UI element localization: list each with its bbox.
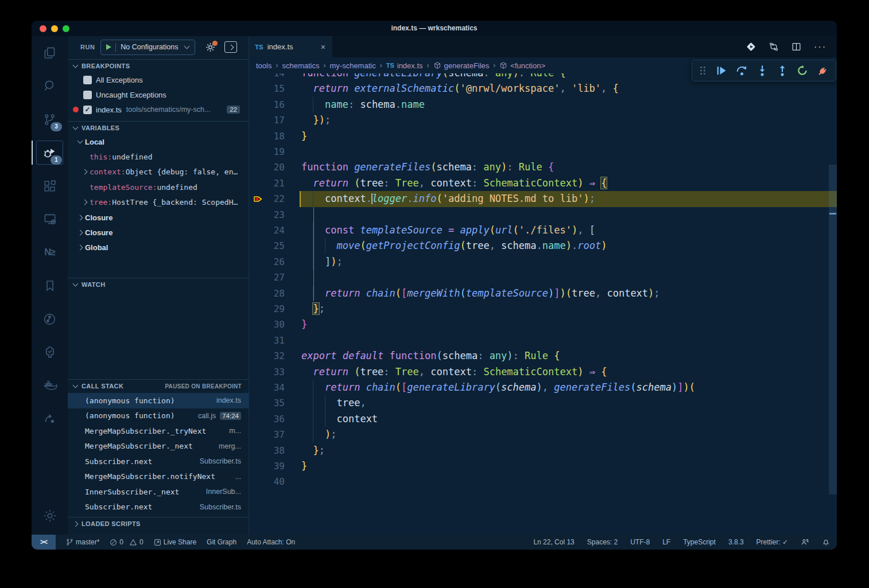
titlebar[interactable]: index.ts — wrkschematics bbox=[32, 21, 837, 36]
code-line-22[interactable]: 22 context.logger.info('adding NOTES.md … bbox=[249, 191, 837, 207]
variable-row[interactable]: Global bbox=[68, 240, 249, 255]
remote-indicator[interactable]: >< bbox=[32, 535, 56, 550]
code-line-18[interactable]: 18} bbox=[249, 128, 837, 144]
code-line-27[interactable]: 27 bbox=[249, 270, 837, 285]
code-line-15[interactable]: 15 return externalSchematic('@nrwl/works… bbox=[249, 81, 837, 96]
variable-row[interactable]: templateSource: undefined bbox=[68, 180, 249, 194]
line-number[interactable]: 26 bbox=[249, 254, 285, 270]
variable-row[interactable]: Closure bbox=[68, 210, 249, 225]
activity-bar-item-source-control[interactable]: 3 bbox=[32, 103, 68, 136]
code-line-28[interactable]: 28 return chain([mergeWith(templateSourc… bbox=[249, 286, 837, 301]
breakpoint-checkbox[interactable] bbox=[83, 91, 92, 99]
line-number[interactable]: 30 bbox=[249, 317, 285, 332]
code-line-20[interactable]: 20function generateFiles(schema: any): R… bbox=[249, 159, 837, 175]
stack-frame[interactable]: Subscriber.nextSubscriber.ts bbox=[68, 454, 249, 469]
line-number[interactable]: 31 bbox=[249, 333, 285, 348]
step-over-icon[interactable] bbox=[736, 65, 748, 76]
code-line-39[interactable]: 39} bbox=[249, 458, 837, 474]
step-out-icon[interactable] bbox=[777, 65, 788, 76]
line-number[interactable]: 21 bbox=[249, 176, 285, 191]
problems-item[interactable]: 0 0 bbox=[110, 538, 143, 546]
line-number[interactable]: 33 bbox=[249, 364, 285, 380]
line-number[interactable]: 22 bbox=[249, 191, 285, 207]
line-number[interactable]: 34 bbox=[249, 380, 285, 395]
line-number[interactable]: 24 bbox=[249, 223, 285, 238]
breadcrumb-item[interactable]: TSindex.ts bbox=[386, 61, 423, 70]
code-line-17[interactable]: 17 }); bbox=[249, 112, 837, 128]
code-line-25[interactable]: 25 move(getProjectConfig(tree, schema.na… bbox=[249, 238, 837, 254]
line-number[interactable]: 38 bbox=[249, 443, 285, 458]
breadcrumb-item[interactable]: tools bbox=[256, 61, 271, 70]
line-number[interactable]: 27 bbox=[249, 270, 285, 285]
code-line-34[interactable]: 34 return chain([generateLibrary(schema)… bbox=[249, 380, 837, 395]
code-line-30[interactable]: 30} bbox=[249, 317, 837, 332]
code-line-24[interactable]: 24 const templateSource = apply(url('./f… bbox=[249, 223, 837, 238]
breakpoint-checkbox[interactable]: ✓ bbox=[83, 106, 92, 114]
chevron-right-icon[interactable] bbox=[82, 200, 88, 205]
stack-frame[interactable]: (anonymous function)call.js74:24 bbox=[68, 408, 249, 424]
breadcrumb-item[interactable]: my-schematic bbox=[330, 61, 376, 70]
activity-bar-item-run-and-debug[interactable]: 1 bbox=[32, 136, 68, 169]
debug-console-icon[interactable] bbox=[224, 41, 237, 53]
eol-item[interactable]: LF bbox=[662, 538, 670, 546]
typescript-version-item[interactable]: 3.8.3 bbox=[728, 538, 744, 546]
line-number[interactable]: 32 bbox=[249, 348, 285, 364]
line-number[interactable]: 19 bbox=[249, 144, 285, 159]
chevron-down-icon[interactable] bbox=[184, 44, 190, 49]
stack-frame[interactable]: MergeMapSubscriber._nextmerg... bbox=[68, 439, 249, 454]
auto-attach-item[interactable]: Auto Attach: On bbox=[247, 538, 295, 546]
line-number[interactable]: 15 bbox=[249, 81, 285, 96]
stack-frame[interactable]: InnerSubscriber._nextInnerSub... bbox=[68, 484, 249, 500]
run-file-icon[interactable] bbox=[746, 42, 756, 52]
git-branch-item[interactable]: master* bbox=[66, 538, 99, 546]
indentation-item[interactable]: Spaces: 2 bbox=[587, 538, 618, 546]
code-line-33[interactable]: 33 return (tree: Tree, context: Schemati… bbox=[249, 364, 837, 380]
activity-bar-item-git-graph[interactable] bbox=[32, 302, 68, 336]
stack-frame[interactable]: MergeMapSubscriber.notifyNext... bbox=[68, 469, 249, 485]
continue-icon[interactable] bbox=[716, 65, 727, 76]
line-number[interactable]: 23 bbox=[249, 207, 285, 223]
code-line-29[interactable]: 29 }; bbox=[249, 301, 837, 317]
prettier-item[interactable]: Prettier: ✓ bbox=[757, 538, 788, 546]
breakpoint-row[interactable]: All Exceptions bbox=[68, 72, 249, 87]
stack-frame[interactable]: Subscriber.nextSubscriber.ts bbox=[68, 500, 249, 515]
line-number[interactable]: 39 bbox=[249, 458, 285, 474]
line-number[interactable]: 20 bbox=[249, 159, 285, 175]
breakpoint-row[interactable]: Uncaught Exceptions bbox=[68, 87, 249, 102]
tab-index-ts[interactable]: TS index.ts × bbox=[249, 36, 332, 57]
stack-frame[interactable]: (anonymous function)index.ts bbox=[68, 393, 249, 408]
activity-bar-item-remote-explorer[interactable] bbox=[32, 203, 68, 236]
call-stack-section-header[interactable]: CALL STACK PAUSED ON BREAKPOINT bbox=[68, 379, 249, 392]
code-line-35[interactable]: 35 tree, bbox=[249, 395, 837, 411]
variable-row[interactable]: this: undefined bbox=[68, 149, 249, 164]
code-line-16[interactable]: 16 name: schema.name bbox=[249, 97, 837, 112]
encoding-item[interactable]: UTF-8 bbox=[630, 538, 650, 546]
cursor-position-item[interactable]: Ln 22, Col 13 bbox=[533, 538, 574, 546]
compare-changes-icon[interactable] bbox=[769, 42, 779, 52]
activity-bar-item-nx-console[interactable]: N≥ bbox=[32, 236, 68, 269]
variable-row[interactable]: tree: HostTree {_backend: ScopedH… bbox=[68, 195, 249, 210]
debug-settings-gear[interactable] bbox=[205, 42, 215, 52]
breakpoint-checkbox[interactable] bbox=[83, 76, 92, 84]
line-number[interactable]: 17 bbox=[249, 112, 285, 128]
breadcrumb-item[interactable]: generateFiles bbox=[433, 61, 490, 70]
overview-ruler[interactable] bbox=[829, 73, 837, 535]
code-line-19[interactable]: 19 bbox=[249, 144, 837, 159]
line-number[interactable]: 16 bbox=[249, 97, 285, 112]
notifications-bell-icon[interactable] bbox=[822, 538, 830, 546]
code-line-37[interactable]: 37 ); bbox=[249, 427, 837, 442]
line-number[interactable]: 29 bbox=[249, 301, 285, 317]
line-number[interactable]: 18 bbox=[249, 128, 285, 144]
breadcrumb-item[interactable]: schematics bbox=[282, 61, 319, 70]
loaded-scripts-section-header[interactable]: LOADED SCRIPTS bbox=[68, 517, 249, 530]
activity-bar-item-bookmarks[interactable] bbox=[32, 269, 68, 302]
code-area[interactable]: 14function generateLibrary(schema: any):… bbox=[249, 73, 837, 535]
code-line-31[interactable]: 31 bbox=[249, 333, 837, 348]
step-into-icon[interactable] bbox=[757, 65, 768, 76]
breakpoint-row[interactable]: ✓index.tstools/schematics/my-sch...22 bbox=[68, 102, 249, 117]
code-line-23[interactable]: 23 bbox=[249, 207, 837, 223]
split-editor-icon[interactable] bbox=[792, 42, 801, 52]
chevron-down-icon[interactable] bbox=[77, 138, 83, 144]
line-number[interactable]: 37 bbox=[249, 427, 285, 442]
activity-bar-item-testing[interactable] bbox=[32, 336, 68, 369]
